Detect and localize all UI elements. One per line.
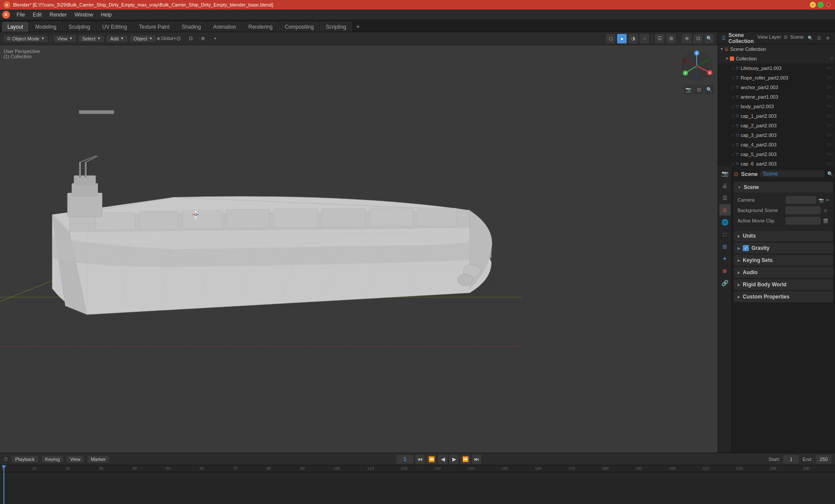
viewport-select-selector[interactable]: Select ▼: [79, 35, 104, 42]
proportional-type-btn[interactable]: ▼: [210, 34, 220, 43]
outliner-content[interactable]: ▼ ☰ Scene Collection ▼ Collection ▽ ▷ ▽ …: [718, 44, 835, 166]
restrict-render-icon[interactable]: ▽: [827, 104, 830, 109]
grid-view-btn[interactable]: ⊡: [694, 85, 704, 94]
keying-sets-section-header[interactable]: ▶ Keying Sets: [734, 255, 833, 265]
outliner-item[interactable]: ▷ ▽ Rope_roller_part2.003 ▽ ○: [718, 73, 835, 83]
restrict-render-icon[interactable]: ▽: [827, 143, 830, 147]
maximize-button[interactable]: □: [818, 2, 824, 8]
outliner-sync-icon[interactable]: ⊕: [824, 34, 832, 42]
menu-render[interactable]: Render: [46, 11, 70, 19]
restrict-render-icon[interactable]: ▽: [827, 133, 830, 137]
minimize-button[interactable]: −: [810, 2, 816, 8]
wireframe-shading-btn[interactable]: ◻: [606, 34, 615, 43]
outliner-item[interactable]: ▷ ▽ cap_2_part2.003 ▽ ○: [718, 121, 835, 130]
outliner-filter-icon[interactable]: ☰: [815, 34, 823, 42]
view-layer-properties-icon[interactable]: ☰: [719, 192, 731, 203]
play-btn[interactable]: ▶: [449, 454, 459, 464]
world-properties-icon[interactable]: 🌐: [719, 216, 731, 228]
units-section-header[interactable]: ▶ Units: [734, 231, 833, 241]
prev-keyframe-btn[interactable]: ⏪: [427, 454, 436, 464]
outliner-item[interactable]: ▷ ▽ cap_4_part2.003 ▽ ○: [718, 140, 835, 149]
physics-properties-icon[interactable]: ⊕: [719, 265, 731, 276]
play-reverse-btn[interactable]: ◀: [438, 454, 448, 464]
solid-shading-btn[interactable]: ●: [617, 34, 627, 43]
restrict-render-icon[interactable]: ▽: [827, 123, 830, 128]
output-properties-icon[interactable]: 🖨: [719, 180, 731, 191]
menu-file[interactable]: File: [13, 11, 28, 19]
proportional-btn[interactable]: ⊚: [198, 34, 208, 43]
restrict-viewport-icon[interactable]: ○: [831, 162, 833, 166]
keying-menu[interactable]: Keying: [42, 456, 63, 463]
restrict-viewport-icon[interactable]: ○: [831, 85, 833, 90]
restrict-render-icon[interactable]: ▽: [827, 95, 830, 99]
restrict-render-icon[interactable]: ▽: [827, 85, 830, 90]
outliner-item[interactable]: ▷ ▽ cap_6_part2.003 ▽ ○: [718, 159, 835, 166]
restrict-render-icon[interactable]: ▽: [827, 152, 830, 156]
add-workspace-button[interactable]: +: [353, 21, 363, 32]
restrict-viewport-icon[interactable]: ○: [831, 66, 833, 70]
constraints-properties-icon[interactable]: 🔗: [719, 277, 731, 288]
gravity-section-header[interactable]: ▶ ✓ Gravity: [734, 243, 833, 253]
movie-clip-picker-icon[interactable]: 🎬: [822, 217, 829, 225]
tab-texture-paint[interactable]: Texture Paint: [134, 22, 175, 32]
viewport-view-selector[interactable]: View ▼: [53, 35, 76, 42]
outliner-item-scene-collection[interactable]: ▼ ☰ Scene Collection: [718, 44, 835, 54]
timeline-track[interactable]: 1102030405060708090100110120130140150160…: [0, 465, 835, 504]
outliner-item-collection[interactable]: ▼ Collection ▽: [718, 54, 835, 63]
gravity-checkbox[interactable]: ✓: [743, 245, 749, 251]
particles-properties-icon[interactable]: ✦: [719, 253, 731, 264]
view-menu[interactable]: View: [67, 456, 84, 463]
camera-edit-icon[interactable]: ✏: [826, 198, 829, 202]
start-frame-input[interactable]: 1: [783, 455, 799, 464]
outliner-item[interactable]: ▷ ▽ cap_1_part2.003 ▽ ○: [718, 111, 835, 121]
camera-view-btn[interactable]: 📷: [684, 85, 693, 94]
scene-properties-icon[interactable]: ⊙: [719, 204, 731, 216]
lock-view-btn[interactable]: 🔍: [705, 85, 714, 94]
object-properties-icon[interactable]: □: [719, 229, 731, 240]
outliner-item[interactable]: ▷ ▽ anchor_part2.003 ▽ ○: [718, 83, 835, 92]
navigation-gizmo[interactable]: Z X Y: [679, 49, 714, 83]
restrict-viewport-icon[interactable]: ○: [831, 95, 833, 99]
material-preview-btn[interactable]: ◑: [628, 34, 638, 43]
scene-section-header[interactable]: ▼ Scene: [734, 182, 833, 192]
modifier-properties-icon[interactable]: ⊞: [719, 241, 731, 252]
current-frame-display[interactable]: 1: [396, 455, 414, 464]
close-button[interactable]: ✕: [825, 2, 832, 8]
viewport-3d[interactable]: ⊙ Object Mode ▼ View ▼ Select ▼ Add ▼ Ob…: [0, 32, 718, 453]
restrict-viewport-icon[interactable]: ○: [831, 152, 833, 156]
render-properties-icon[interactable]: 📷: [719, 168, 731, 179]
rigid-body-world-section-header[interactable]: ▶ Rigid Body World: [734, 279, 833, 290]
restrict-viewport-icon[interactable]: ○: [831, 123, 833, 128]
tab-rendering[interactable]: Rendering: [243, 22, 278, 32]
restrict-render-icon[interactable]: ▽: [827, 66, 830, 70]
scene-search-btn[interactable]: 🔍: [827, 171, 833, 177]
restrict-viewport-icon[interactable]: ○: [831, 76, 833, 80]
tab-modeling[interactable]: Modeling: [30, 22, 62, 32]
tab-shading[interactable]: Shading: [176, 22, 207, 32]
playback-menu[interactable]: Playback: [12, 456, 38, 463]
viewport-object-selector[interactable]: Object ▼: [130, 35, 156, 42]
background-scene-picker-icon[interactable]: ⊙: [822, 206, 829, 214]
viewport-mode-selector[interactable]: ⊙ Object Mode ▼: [3, 35, 48, 42]
background-scene-value[interactable]: [785, 206, 821, 214]
outliner-item[interactable]: ▷ ▽ Lifebuoy_part1.003 ▽ ○: [718, 63, 835, 73]
tab-layout[interactable]: Layout: [2, 22, 29, 32]
restrict-render-icon[interactable]: ▽: [827, 114, 830, 118]
camera-value[interactable]: [785, 196, 816, 204]
outliner-search-icon[interactable]: 🔍: [806, 34, 814, 42]
overlay-btn[interactable]: ☲: [655, 34, 665, 43]
viewport-search-btn[interactable]: 🔍: [705, 34, 714, 43]
rendered-shading-btn[interactable]: ○: [640, 34, 649, 43]
outliner-item[interactable]: ▷ ▽ cap_3_part2.003 ▽ ○: [718, 130, 835, 140]
restrict-viewport-icon[interactable]: ○: [831, 133, 833, 137]
end-frame-input[interactable]: 250: [816, 455, 832, 464]
tab-scripting[interactable]: Scripting: [320, 22, 352, 32]
tab-animation[interactable]: Animation: [207, 22, 242, 32]
next-keyframe-btn[interactable]: ⏩: [461, 454, 470, 464]
custom-properties-section-header[interactable]: ▶ Custom Properties: [734, 292, 833, 302]
menu-help[interactable]: Help: [97, 11, 115, 19]
pivot-point-btn[interactable]: ⊙: [174, 34, 184, 43]
restrict-viewport-icon[interactable]: ○: [831, 143, 833, 147]
marker-menu[interactable]: Marker: [87, 456, 109, 463]
menu-window[interactable]: Window: [71, 11, 97, 19]
